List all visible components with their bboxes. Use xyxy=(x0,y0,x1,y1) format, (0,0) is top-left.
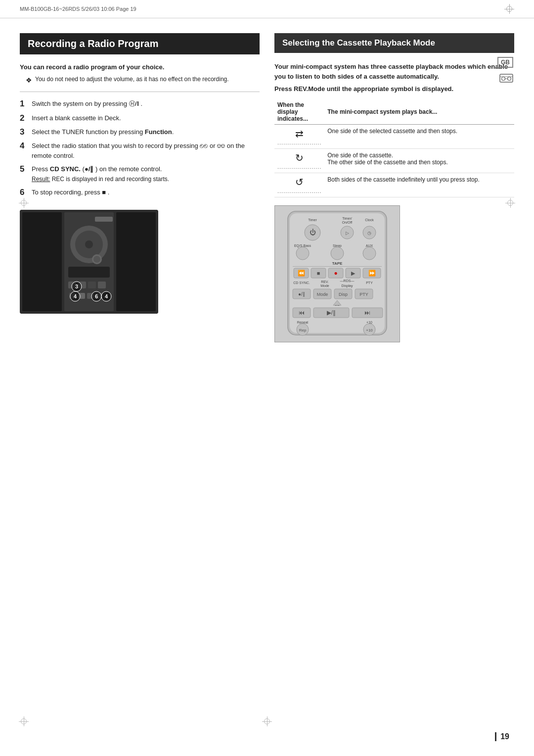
svg-text:4: 4 xyxy=(74,293,77,299)
svg-text:Rep: Rep xyxy=(299,328,307,332)
table-row-3: ↺ ...................... Both sides of t… xyxy=(274,173,514,197)
symbol-1: ⇄ ...................... xyxy=(274,125,324,149)
step-2-num: 2 xyxy=(20,113,32,123)
bullet-text: You do not need to adjust the volume, as… xyxy=(35,76,229,83)
gb-badge: GB xyxy=(497,57,513,68)
table-col1-header: When the display indicates... xyxy=(274,99,324,125)
svg-text:REV.: REV. xyxy=(321,280,329,284)
step-4-text: Select the radio station that you wish t… xyxy=(32,141,260,160)
svg-point-1 xyxy=(502,77,505,81)
svg-text:◷: ◷ xyxy=(367,231,371,236)
step-6-text: To stop recording, press ■ . xyxy=(32,188,260,197)
bullet-symbol: ❖ xyxy=(26,76,32,85)
cassette-icon-badge xyxy=(499,73,513,86)
step-1: 1 Switch the system on by pressing Ⓗ/I . xyxy=(20,99,260,109)
svg-rect-23 xyxy=(95,217,113,222)
svg-text:⏭: ⏭ xyxy=(364,309,370,316)
left-bullet: ❖ You do not need to adjust the volume, … xyxy=(20,76,260,85)
step-6: 6 To stop recording, press ■ . xyxy=(20,188,260,197)
stereo-image-container: 3 6 4 4 xyxy=(20,210,260,314)
stereo-unit-image: 3 6 4 4 xyxy=(20,210,158,314)
remote-image-box: Timer Timer/ On/Off Clock ⏻ ▷ ◷ EQ/S.Bas… xyxy=(274,205,400,342)
svg-text:4: 4 xyxy=(105,293,108,299)
step-6-num: 6 xyxy=(20,188,32,197)
svg-text:PTY: PTY xyxy=(359,292,368,297)
svg-text:●: ● xyxy=(334,270,337,277)
crosshair-left xyxy=(19,198,29,208)
step-2-text: Insert a blank cassette in Deck. xyxy=(32,113,260,123)
svg-text:▷: ▷ xyxy=(346,231,349,236)
table-col2-header: The mini-compact system plays back... xyxy=(324,99,514,125)
symbol-3: ↺ ...................... xyxy=(274,173,324,197)
desc-3: Both sides of the cassette indefinitely … xyxy=(324,173,514,197)
divider-1 xyxy=(20,92,260,92)
svg-text:▶/‖: ▶/‖ xyxy=(327,309,336,316)
stereo-svg: 3 6 4 4 xyxy=(20,210,158,314)
left-intro: You can record a radio program of your c… xyxy=(20,63,260,71)
svg-text:6: 6 xyxy=(95,293,98,299)
header-meta: MM-B100GB-16~26RDS 5/26/03 10:06 Page 19 xyxy=(20,6,136,12)
svg-rect-7 xyxy=(116,212,156,311)
svg-point-2 xyxy=(508,77,511,81)
crosshair-bottom-center xyxy=(262,716,272,726)
step-1-text: Switch the system on by pressing Ⓗ/I . xyxy=(32,99,260,109)
svg-text:+10: +10 xyxy=(366,328,373,332)
press-line: Press REV.Mode until the appropriate sym… xyxy=(274,85,514,93)
svg-text:Mode: Mode xyxy=(317,292,328,297)
step-5-num: 5 xyxy=(20,164,32,174)
svg-text:Display: Display xyxy=(342,284,353,288)
svg-text:CD SYNC.: CD SYNC. xyxy=(293,281,310,284)
step-1-num: 1 xyxy=(20,99,32,109)
desc-2: One side of the cassette.The other side … xyxy=(324,149,514,173)
svg-rect-16 xyxy=(98,282,106,288)
step-4: 4 Select the radio station that you wish… xyxy=(20,141,260,160)
svg-text:TAPE: TAPE xyxy=(332,261,343,266)
svg-text:Timer/: Timer/ xyxy=(342,217,352,220)
steps-list: 1 Switch the system on by pressing Ⓗ/I .… xyxy=(20,99,260,198)
svg-point-47 xyxy=(296,247,309,260)
svg-rect-6 xyxy=(22,212,62,311)
svg-rect-15 xyxy=(88,282,96,288)
desc-1: One side of the selected cassette and th… xyxy=(324,125,514,149)
crosshair-right xyxy=(505,198,515,208)
svg-text:PTY: PTY xyxy=(366,281,373,284)
right-column: Selecting the Cassette Playback Mode You… xyxy=(274,33,514,342)
svg-rect-51 xyxy=(293,266,382,267)
crosshair-bottom-left xyxy=(19,716,29,726)
right-intro: Your mini-compact system has three casse… xyxy=(274,62,514,81)
svg-text:⏻: ⏻ xyxy=(310,229,316,236)
svg-text:⏩: ⏩ xyxy=(368,269,376,277)
step-4-num: 4 xyxy=(20,141,32,151)
right-section-title: Selecting the Cassette Playback Mode xyxy=(274,33,514,53)
svg-text:On/Off: On/Off xyxy=(342,221,353,224)
svg-text:■: ■ xyxy=(317,270,320,276)
svg-text:●/‖: ●/‖ xyxy=(298,291,305,297)
symbol-2: ↻ ...................... xyxy=(274,149,324,173)
svg-text:Timer: Timer xyxy=(308,218,317,222)
step-3-text: Select the TUNER function by pressing Fu… xyxy=(32,127,260,137)
playback-table: When the display indicates... The mini-c… xyxy=(274,99,514,197)
step-5-text: Press CD SYNC. (●/‖ ) on the remote cont… xyxy=(32,164,260,184)
svg-text:3: 3 xyxy=(75,284,78,289)
svg-rect-12 xyxy=(68,267,110,278)
step-3: 3 Select the TUNER function by pressing … xyxy=(20,127,260,137)
table-row-2: ↻ ...................... One side of the… xyxy=(274,149,514,173)
svg-text:—RDS—: —RDS— xyxy=(340,279,355,283)
step-2: 2 Insert a blank cassette in Deck. xyxy=(20,113,260,123)
page-content: Recording a Radio Program You can record… xyxy=(0,18,534,352)
svg-text:Disp: Disp xyxy=(339,292,348,297)
table-row-1: ⇄ ...................... One side of the… xyxy=(274,125,514,149)
header-bar: MM-B100GB-16~26RDS 5/26/03 10:06 Page 19 xyxy=(0,0,534,18)
svg-point-48 xyxy=(331,247,344,260)
svg-text:▶: ▶ xyxy=(351,270,356,276)
svg-text:Mode: Mode xyxy=(320,284,329,287)
page-number: 19 xyxy=(495,732,509,741)
svg-text:⏮: ⏮ xyxy=(299,309,305,316)
svg-text:⏪: ⏪ xyxy=(298,269,305,277)
left-column: Recording a Radio Program You can record… xyxy=(20,33,260,342)
svg-point-18 xyxy=(93,256,100,263)
svg-point-49 xyxy=(363,247,376,260)
remote-svg: Timer Timer/ On/Off Clock ⏻ ▷ ◷ EQ/S.Bas… xyxy=(278,209,397,337)
remote-image-container: Timer Timer/ On/Off Clock ⏻ ▷ ◷ EQ/S.Bas… xyxy=(274,205,514,342)
svg-point-11 xyxy=(85,240,93,248)
